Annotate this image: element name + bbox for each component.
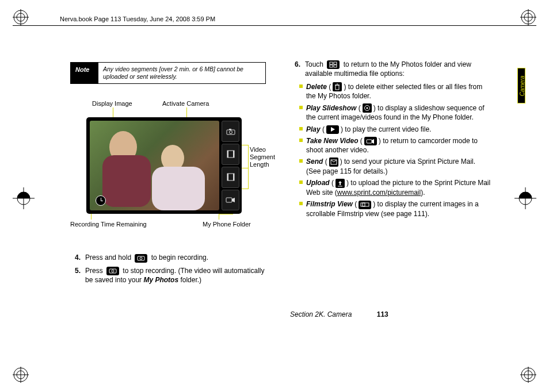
step-emphasis: My Photos — [143, 276, 178, 284]
svg-rect-30 — [233, 174, 234, 180]
camera-diagram: Display Image Activate Camera Video Segm… — [70, 100, 277, 249]
svg-rect-49 — [363, 203, 365, 206]
note-box: Note Any video segments [over 2 min. or … — [70, 62, 266, 84]
footer: Section 2K. Camera 113 — [290, 310, 388, 318]
label-video-segment-length: Video Segment Length — [250, 146, 275, 168]
step-number: 6. — [295, 60, 305, 79]
svg-rect-36 — [330, 62, 333, 64]
camera-button-icon — [135, 254, 147, 263]
camcorder-icon — [222, 190, 239, 211]
svg-rect-39 — [334, 65, 337, 67]
film-icon — [222, 144, 239, 165]
film-icon — [222, 167, 239, 188]
regmark-tr — [520, 9, 536, 25]
regmark-tl — [13, 9, 29, 25]
trash-icon — [333, 82, 342, 91]
option-name: Play — [306, 125, 321, 133]
gallery-icon — [327, 60, 340, 69]
option-name: Upload — [306, 179, 330, 187]
filmstrip-icon — [359, 201, 371, 209]
label-display-image: Display Image — [92, 100, 132, 107]
option-text: ). — [421, 189, 425, 197]
step-text: Press — [85, 267, 105, 275]
option-name: Take New Video — [306, 137, 358, 145]
device-screen — [86, 117, 242, 214]
option-send: Send () to send your picture via Sprint … — [299, 157, 491, 176]
svg-rect-37 — [334, 62, 337, 64]
svg-point-35 — [112, 270, 114, 272]
svg-rect-40 — [336, 85, 339, 90]
option-play-slideshow: Play Slideshow () to display a slideshow… — [299, 103, 491, 122]
mail-icon — [329, 157, 338, 167]
play-icon — [326, 125, 339, 134]
display-image — [90, 121, 219, 210]
footer-page-number: 113 — [377, 310, 388, 318]
svg-rect-31 — [226, 198, 232, 202]
upload-icon — [336, 179, 345, 188]
step-number: 4. — [75, 253, 85, 262]
regmark-mr — [514, 187, 536, 209]
side-tab-label: Camera — [519, 72, 525, 101]
note-text: Any video segments [over 2 min. or 6 MB]… — [98, 63, 265, 83]
svg-point-44 — [366, 107, 368, 109]
camera-button-icon — [106, 267, 119, 275]
step-5: 5. Press to stop recording. (The video w… — [75, 266, 272, 285]
clock-icon — [96, 195, 106, 206]
svg-rect-26 — [227, 151, 228, 157]
option-text: ) to play the current video file. — [341, 125, 431, 133]
footer-section: Section 2K. Camera — [290, 310, 352, 318]
camera-icon — [222, 121, 239, 142]
option-play: Play () to play the current video file. — [299, 125, 491, 134]
step-number: 5. — [75, 266, 85, 285]
option-name: Filmstrip View — [306, 200, 353, 208]
svg-rect-24 — [229, 129, 231, 130]
svg-rect-27 — [233, 151, 234, 157]
label-recording-time: Recording Time Remaining — [70, 221, 147, 228]
svg-rect-38 — [330, 65, 333, 67]
camcorder-icon — [364, 137, 377, 145]
regmark-bl — [13, 367, 29, 383]
step-text: folder.) — [178, 276, 201, 284]
option-upload: Upload () to upload the picture to the S… — [299, 178, 491, 197]
svg-point-33 — [140, 258, 142, 260]
option-take-new-video: Take New Video () to return to camcorder… — [299, 136, 491, 155]
step-6: 6. Touch to return to the My Photos fold… — [295, 60, 491, 79]
option-delete: Delete () to delete either selected file… — [299, 82, 491, 101]
option-name: Send — [306, 157, 323, 166]
step-text: Touch — [305, 60, 325, 68]
svg-rect-45 — [367, 140, 372, 143]
option-name: Play Slideshow — [306, 104, 356, 112]
step-text: to begin recording. — [149, 253, 208, 262]
regmark-br — [520, 367, 536, 383]
label-activate-camera: Activate Camera — [162, 100, 209, 107]
svg-rect-29 — [227, 174, 228, 180]
svg-point-23 — [229, 130, 232, 133]
header-rule — [13, 25, 536, 26]
option-filmstrip: Filmstrip View () to display the current… — [299, 199, 491, 218]
option-link: www.sprint.com/picturemail — [337, 189, 421, 197]
step-text: Press and hold — [85, 253, 133, 262]
header-line: Nerva.book Page 113 Tuesday, June 24, 20… — [60, 16, 215, 22]
option-name: Delete — [306, 83, 327, 91]
slideshow-icon — [363, 103, 372, 113]
regmark-ml — [13, 187, 35, 209]
note-label: Note — [71, 63, 98, 83]
side-tab-camera: Camera — [517, 68, 525, 103]
label-my-phone-folder: My Phone Folder — [203, 221, 251, 228]
step-4: 4. Press and hold to begin recording. — [75, 253, 272, 262]
